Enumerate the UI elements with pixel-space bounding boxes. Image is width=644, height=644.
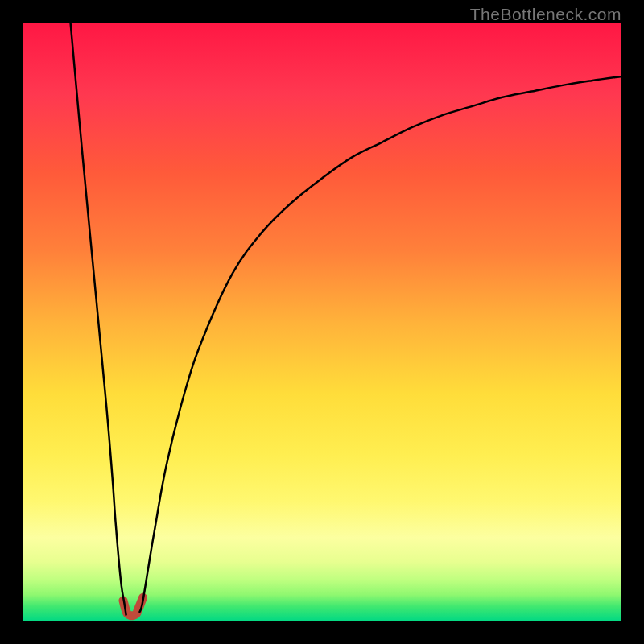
watermark-text: TheBottleneck.com bbox=[470, 5, 621, 24]
chart-svg bbox=[23, 23, 621, 621]
chart-area bbox=[23, 23, 621, 621]
gradient-background bbox=[23, 23, 621, 621]
